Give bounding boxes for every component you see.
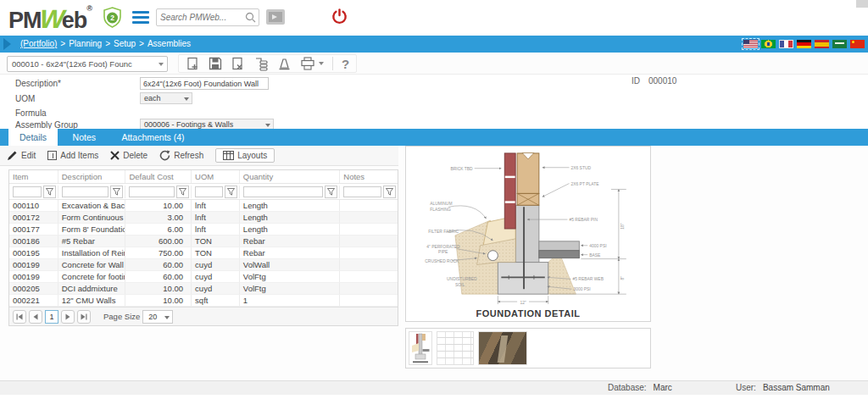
attachment-thumbnail-drawing[interactable] bbox=[409, 331, 432, 365]
filter-input[interactable] bbox=[13, 186, 42, 197]
breadcrumb-portfolio-link[interactable]: (Portfolio) bbox=[20, 39, 57, 48]
table-row[interactable]: 000186#5 Rebar600.00TONRebar bbox=[9, 236, 398, 247]
layouts-button[interactable]: Layouts bbox=[215, 148, 275, 163]
column-header[interactable]: UOM bbox=[192, 170, 240, 183]
top-header: PMWeb® 2 bbox=[0, 0, 868, 36]
attachment-thumbnails bbox=[405, 328, 651, 369]
table-cell: 000195 bbox=[9, 247, 58, 258]
chevron-down-icon bbox=[164, 316, 170, 319]
table-row[interactable]: 00022112" CMU Walls10.00sqft1 bbox=[9, 295, 398, 307]
breadcrumb-setup[interactable]: Setup bbox=[114, 39, 136, 48]
print-icon[interactable] bbox=[300, 57, 324, 70]
last-page-button[interactable] bbox=[77, 310, 91, 324]
table-cell: Length bbox=[240, 200, 340, 211]
table-row[interactable]: 000195Installation of Reinforcement750.0… bbox=[9, 247, 398, 259]
uom-select[interactable]: each bbox=[140, 92, 192, 104]
table-row[interactable]: 000110Excavation & Backfilling10.00lnftL… bbox=[9, 200, 398, 212]
label-soil: SOIL bbox=[455, 283, 465, 287]
shield-badge-icon[interactable]: 2 bbox=[103, 7, 122, 31]
filter-funnel-button[interactable] bbox=[225, 186, 237, 198]
filter-funnel-button[interactable] bbox=[43, 186, 56, 198]
flag-saudi-arabia-icon[interactable] bbox=[832, 40, 847, 48]
column-header[interactable]: Notes bbox=[340, 170, 398, 183]
filter-input[interactable] bbox=[343, 186, 381, 197]
dim-right-top: 18" bbox=[620, 223, 625, 229]
search-box bbox=[156, 8, 259, 26]
delete-button[interactable]: Delete bbox=[110, 151, 147, 160]
new-record-icon[interactable] bbox=[186, 57, 200, 71]
table-cell: lnft bbox=[192, 224, 240, 235]
table-cell: VolFtg bbox=[240, 283, 340, 294]
flag-china-icon[interactable] bbox=[850, 40, 865, 48]
delete-record-icon[interactable] bbox=[231, 57, 245, 71]
flag-usa-icon[interactable] bbox=[743, 40, 758, 48]
add-items-icon bbox=[47, 151, 57, 160]
column-header[interactable]: Description bbox=[58, 170, 126, 183]
column-header[interactable]: Default Cost bbox=[125, 170, 192, 183]
hamburger-menu-icon[interactable] bbox=[132, 11, 149, 26]
attachment-thumbnail-photo[interactable] bbox=[478, 331, 527, 365]
column-header[interactable]: Quantity bbox=[240, 170, 340, 183]
description-field[interactable] bbox=[140, 77, 269, 90]
filter-input[interactable] bbox=[195, 186, 223, 197]
filter-funnel-button[interactable] bbox=[176, 186, 189, 198]
filter-input[interactable] bbox=[129, 186, 175, 197]
label-perforated-pipe2: PIPE bbox=[438, 250, 448, 254]
tab-details[interactable]: Details bbox=[8, 129, 58, 146]
flag-brazil-icon[interactable] bbox=[761, 40, 776, 48]
breadcrumb-assemblies[interactable]: Assemblies bbox=[147, 39, 191, 48]
id-value: 000010 bbox=[648, 76, 676, 86]
print-options-caret-icon[interactable] bbox=[319, 62, 324, 65]
flag-germany-icon[interactable] bbox=[797, 40, 811, 48]
table-cell: 000186 bbox=[9, 236, 58, 247]
tab-attachments[interactable]: Attachments (4) bbox=[110, 129, 195, 146]
flag-france-icon[interactable] bbox=[779, 40, 793, 48]
filter-funnel-button[interactable] bbox=[325, 186, 337, 198]
label-undisturbed: UNDISTURBED bbox=[447, 277, 477, 281]
layouts-label: Layouts bbox=[237, 151, 267, 160]
copy-record-icon[interactable] bbox=[253, 57, 269, 71]
flag-spain-icon[interactable] bbox=[815, 40, 829, 48]
column-header[interactable]: Item bbox=[9, 170, 58, 183]
video-tutorial-icon[interactable] bbox=[266, 9, 285, 25]
help-button[interactable]: ? bbox=[342, 57, 349, 71]
table-row[interactable]: 000205DCI addmixture10.00cuydVolFtg bbox=[9, 283, 398, 295]
foundation-detail-image[interactable]: BRICK TBD 2X6 STUD 2X6 PT PLATE ALUMINUM… bbox=[405, 146, 651, 322]
first-page-button[interactable] bbox=[13, 310, 26, 324]
pmweb-logo[interactable]: PMWeb® bbox=[8, 4, 92, 35]
next-page-button[interactable] bbox=[61, 310, 75, 324]
refresh-button[interactable]: Refresh bbox=[159, 150, 203, 161]
record-selector-dropdown[interactable]: 000010 - 6x24"(12x6 Foot) Founc bbox=[7, 56, 168, 72]
notification-icon[interactable] bbox=[277, 57, 292, 71]
page-size-label: Page Size bbox=[103, 312, 140, 321]
tab-notes[interactable]: Notes bbox=[62, 129, 107, 146]
grid-body: 000110Excavation & Backfilling10.00lnftL… bbox=[9, 200, 398, 307]
table-cell: 000199 bbox=[9, 271, 58, 282]
search-icon[interactable] bbox=[245, 12, 256, 23]
attachment-thumbnail-sketches[interactable] bbox=[437, 331, 474, 365]
filter-input[interactable] bbox=[62, 186, 109, 197]
table-cell: 60.00 bbox=[125, 271, 192, 282]
page-size-value: 20 bbox=[148, 313, 157, 321]
breadcrumb-planning[interactable]: Planning bbox=[69, 39, 102, 48]
filter-funnel-button[interactable] bbox=[383, 186, 396, 198]
delete-x-icon bbox=[110, 151, 120, 160]
logout-power-icon[interactable] bbox=[331, 8, 348, 28]
save-icon[interactable] bbox=[209, 57, 222, 70]
page-size-select[interactable]: 20 bbox=[142, 310, 173, 324]
table-cell: 750.00 bbox=[125, 247, 192, 258]
add-items-button[interactable]: Add Items bbox=[47, 151, 98, 160]
filter-input[interactable] bbox=[243, 186, 323, 197]
prev-page-button[interactable] bbox=[29, 310, 42, 324]
table-row[interactable]: 000199Concrete for footing60.00cuydVolFt… bbox=[9, 271, 398, 283]
edit-button[interactable]: Edit bbox=[7, 150, 36, 161]
content-area: Edit Add Items Delete Refresh Layouts It… bbox=[0, 146, 868, 380]
table-cell: VolFtg bbox=[240, 271, 340, 282]
table-row[interactable]: 000177Form 8' Foundation Wall6.00lnftLen… bbox=[9, 224, 398, 236]
search-input[interactable] bbox=[157, 13, 245, 22]
table-row[interactable]: 000172Form Continuous Footing3.00lnftLen… bbox=[9, 212, 398, 224]
drawing-title: FOUNDATION DETAIL bbox=[406, 308, 650, 319]
current-page[interactable]: 1 bbox=[45, 310, 58, 324]
table-row[interactable]: 000199Concrete for Wall60.00cuydVolWall bbox=[9, 259, 398, 271]
filter-funnel-button[interactable] bbox=[110, 186, 123, 198]
